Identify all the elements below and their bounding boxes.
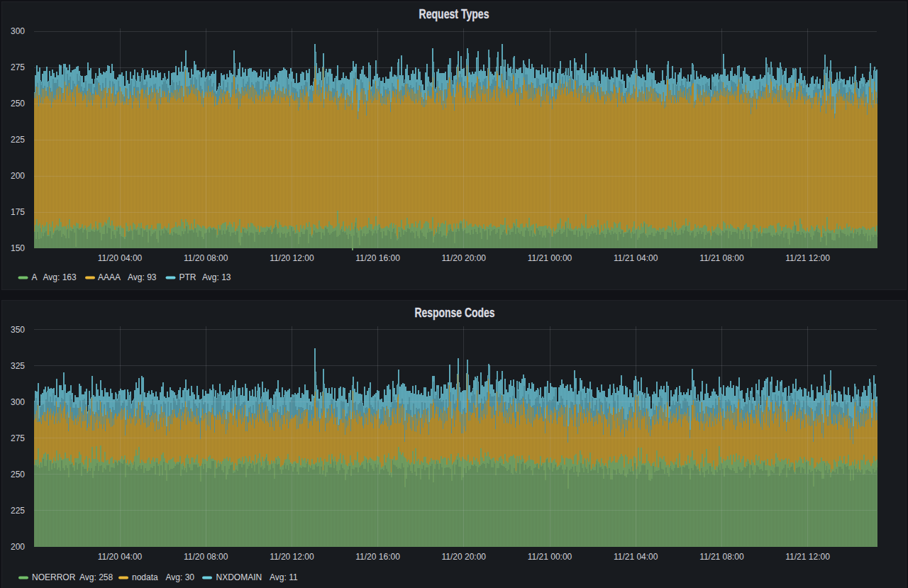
svg-text:NOERROR: NOERROR xyxy=(32,572,76,582)
svg-text:Avg: 30: Avg: 30 xyxy=(166,572,195,582)
svg-text:11/20 12:00: 11/20 12:00 xyxy=(270,253,314,263)
svg-text:11/20 20:00: 11/20 20:00 xyxy=(442,253,487,263)
svg-text:11/20 04:00: 11/20 04:00 xyxy=(98,552,143,562)
svg-text:11/20 08:00: 11/20 08:00 xyxy=(184,552,228,562)
svg-text:11/21 04:00: 11/21 04:00 xyxy=(614,552,658,562)
svg-text:250: 250 xyxy=(11,470,25,479)
svg-text:Response Codes: Response Codes xyxy=(415,306,495,320)
svg-text:175: 175 xyxy=(11,207,25,217)
svg-text:11/20 16:00: 11/20 16:00 xyxy=(355,552,400,562)
svg-text:11/21 00:00: 11/21 00:00 xyxy=(528,552,572,562)
svg-text:11/21 08:00: 11/21 08:00 xyxy=(699,253,744,263)
svg-text:200: 200 xyxy=(11,171,25,181)
svg-text:Avg: 13: Avg: 13 xyxy=(202,272,231,282)
svg-text:Avg: 11: Avg: 11 xyxy=(270,572,298,582)
svg-text:11/21 12:00: 11/21 12:00 xyxy=(785,552,830,562)
svg-text:11/21 12:00: 11/21 12:00 xyxy=(785,253,830,263)
svg-text:300: 300 xyxy=(11,26,25,36)
svg-text:11/20 04:00: 11/20 04:00 xyxy=(98,253,143,263)
svg-text:11/20 08:00: 11/20 08:00 xyxy=(184,253,228,263)
svg-text:A: A xyxy=(32,272,38,282)
svg-text:225: 225 xyxy=(11,506,25,516)
svg-text:275: 275 xyxy=(11,433,25,443)
svg-text:275: 275 xyxy=(11,62,25,72)
svg-text:150: 150 xyxy=(11,243,25,253)
svg-text:Avg: 163: Avg: 163 xyxy=(43,272,77,282)
svg-text:225: 225 xyxy=(11,135,25,145)
svg-text:200: 200 xyxy=(11,542,25,552)
svg-text:325: 325 xyxy=(11,361,25,371)
svg-text:300: 300 xyxy=(11,397,25,407)
svg-text:PTR: PTR xyxy=(179,272,196,282)
svg-text:Avg: 258: Avg: 258 xyxy=(79,572,113,582)
svg-text:11/20 12:00: 11/20 12:00 xyxy=(270,552,314,562)
svg-text:nodata: nodata xyxy=(132,572,158,582)
svg-text:NXDOMAIN: NXDOMAIN xyxy=(216,572,262,582)
svg-text:11/20 16:00: 11/20 16:00 xyxy=(355,253,400,263)
svg-text:11/20 20:00: 11/20 20:00 xyxy=(442,552,487,562)
svg-text:Request Types: Request Types xyxy=(419,7,489,21)
svg-text:350: 350 xyxy=(11,325,25,335)
svg-text:Avg: 93: Avg: 93 xyxy=(128,272,157,282)
svg-text:11/21 00:00: 11/21 00:00 xyxy=(528,253,572,263)
svg-text:AAAA: AAAA xyxy=(98,272,121,282)
svg-text:11/21 04:00: 11/21 04:00 xyxy=(614,253,658,263)
svg-text:11/21 08:00: 11/21 08:00 xyxy=(699,552,744,562)
svg-text:250: 250 xyxy=(11,99,25,109)
